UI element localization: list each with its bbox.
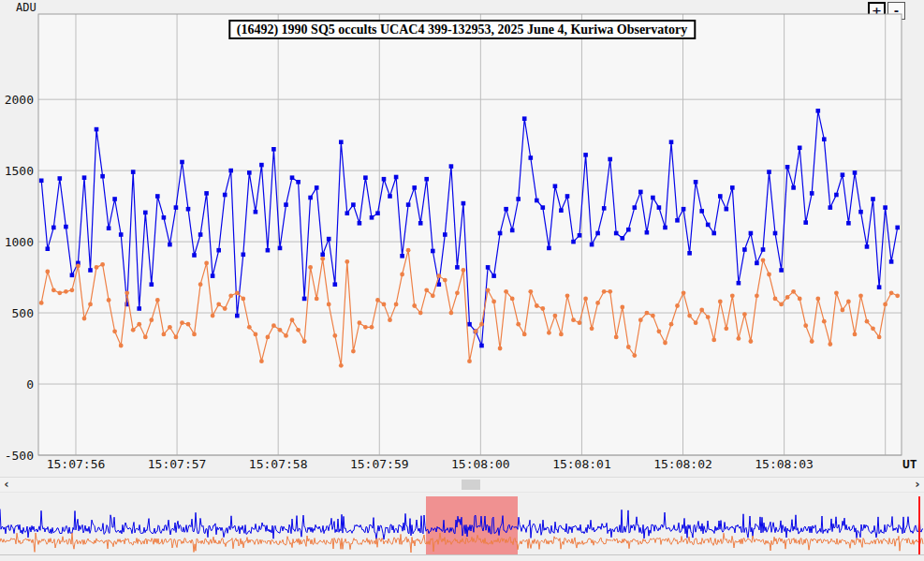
svg-text:15:07:59: 15:07:59 <box>350 457 409 471</box>
scroll-left-arrow-icon[interactable]: ‹ <box>1 478 12 491</box>
svg-text:15:07:56: 15:07:56 <box>47 457 106 471</box>
svg-text:1500: 1500 <box>5 164 34 178</box>
x-axis-unit-label: UT <box>902 457 917 471</box>
svg-text:15:08:01: 15:08:01 <box>552 457 611 471</box>
svg-text:1000: 1000 <box>5 235 34 249</box>
svg-text:15:07:58: 15:07:58 <box>249 457 308 471</box>
horizontal-scrollbar[interactable]: ‹ › <box>0 477 924 493</box>
svg-text:15:08:02: 15:08:02 <box>653 457 712 471</box>
svg-text:-500: -500 <box>5 449 34 463</box>
main-lightcurve-chart[interactable]: -500050010001500200015:07:5615:07:5715:0… <box>0 0 924 475</box>
scrollbar-thumb[interactable] <box>462 480 480 490</box>
scroll-right-arrow-icon[interactable]: › <box>912 478 923 491</box>
chart-title: (16492) 1990 SQ5 occults UCAC4 399-13295… <box>228 20 696 39</box>
overview-navigator-strip[interactable] <box>0 494 924 554</box>
svg-text:500: 500 <box>12 306 34 320</box>
svg-text:15:08:03: 15:08:03 <box>755 457 814 471</box>
svg-text:15:08:00: 15:08:00 <box>451 457 510 471</box>
svg-text:15:07:57: 15:07:57 <box>148 457 207 471</box>
svg-text:0: 0 <box>26 377 34 391</box>
svg-text:2000: 2000 <box>5 93 34 107</box>
bottom-divider <box>0 554 924 555</box>
